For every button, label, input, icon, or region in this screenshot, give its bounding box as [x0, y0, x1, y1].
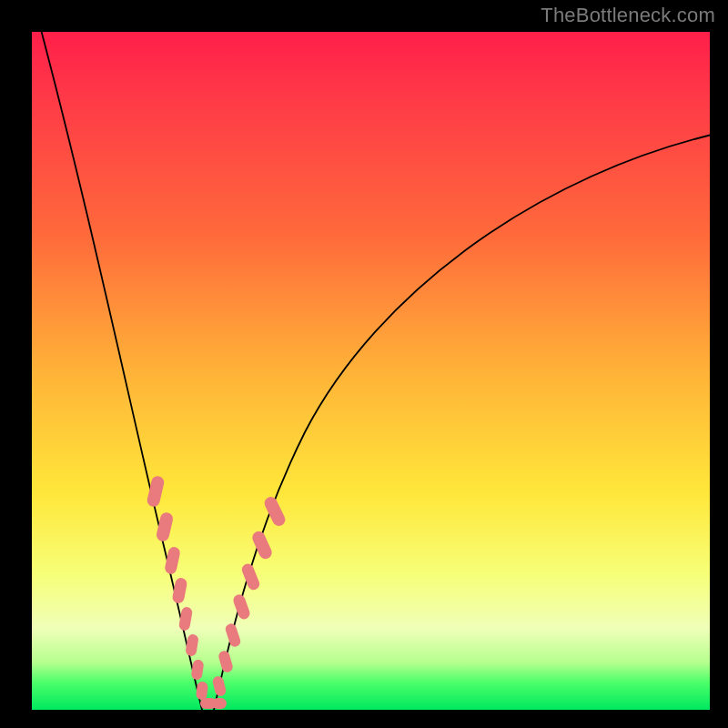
curve-left-branch	[39, 23, 202, 710]
svg-rect-4	[178, 606, 193, 632]
chart-frame: TheBottleneck.com	[0, 0, 728, 728]
curve-right-branch	[214, 132, 723, 710]
svg-rect-7	[196, 681, 208, 700]
svg-rect-14	[240, 561, 261, 592]
svg-rect-3	[171, 577, 187, 604]
beads-right	[212, 495, 288, 697]
svg-rect-11	[217, 650, 234, 673]
svg-rect-2	[164, 546, 181, 575]
svg-rect-5	[185, 633, 199, 657]
svg-rect-1	[156, 511, 175, 542]
beads-bottom	[200, 698, 227, 709]
svg-rect-13	[232, 592, 252, 621]
watermark-text: TheBottleneck.com	[541, 4, 715, 27]
svg-rect-6	[191, 659, 205, 680]
plot-area	[32, 32, 710, 710]
svg-rect-9	[212, 698, 227, 709]
svg-rect-12	[224, 622, 241, 648]
svg-rect-10	[212, 675, 228, 697]
v-curve-svg	[32, 32, 710, 710]
